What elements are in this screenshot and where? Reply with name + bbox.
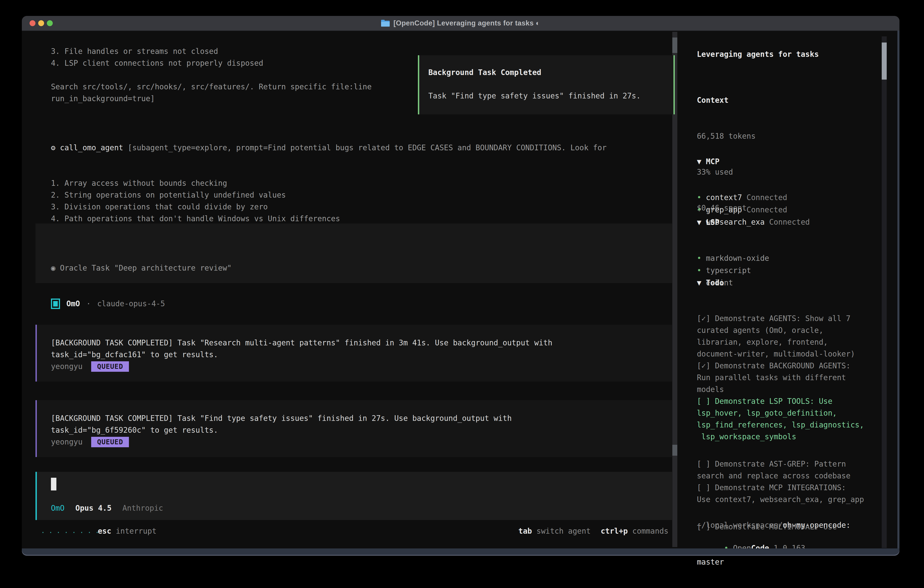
gear-icon: ⚙ <box>51 143 56 152</box>
agent-square-icon <box>51 299 60 309</box>
mcp-heading[interactable]: ▼ MCP <box>697 155 810 168</box>
window-footer <box>22 548 899 556</box>
terminal-line: 4. Path operations that don't handle Win… <box>51 213 607 225</box>
esc-key-label: esc <box>98 527 111 535</box>
background-task-toast[interactable]: Background Task Completed Task "Find typ… <box>418 55 675 114</box>
switch-agent-label: switch agent <box>536 527 591 535</box>
toast-title: Background Task Completed <box>428 68 673 77</box>
oracle-task-title: Oracle Task "Deep architecture review" <box>60 264 232 273</box>
terminal-scrollback: 3. File handles or streams not closed4. … <box>51 45 372 105</box>
tool-call-header: ⚙ call_omo_agent [subagent_type=explore,… <box>51 142 607 154</box>
titlebar: [OpenCode] Leveraging agents for tasks ◐ <box>22 16 899 31</box>
separator-dot: · <box>86 298 91 310</box>
todo-spacer <box>697 443 864 458</box>
prompt-input[interactable]: OmO Opus 4.5 Anthropic <box>35 472 672 520</box>
window-right-edge <box>898 30 899 549</box>
oracle-task-panel[interactable]: ◉ Oracle Task "Deep architecture review"… <box>35 223 672 283</box>
tool-name <box>56 143 60 152</box>
todo-item-line: [ ] Demonstrate LSP TOOLS: Use <box>697 395 864 407</box>
terminal-line <box>51 69 372 81</box>
todo-item-line: lsp_workspace_symbols <box>697 431 864 443</box>
todo-item-line: Run parallel tasks with different <box>697 372 864 383</box>
tab-key-label: tab <box>518 527 532 535</box>
todo-item-line: [ ] Demonstrate MCP INTEGRATIONS: <box>697 482 864 494</box>
terminal-line: 3. Division operations that could divide… <box>51 201 607 213</box>
background-task-message: [BACKGROUND TASK COMPLETED] Task "Find t… <box>35 400 672 457</box>
main-scrollbar-thumb[interactable] <box>672 38 677 53</box>
mcp-status: Connected <box>765 218 810 226</box>
status-badge: QUEUED <box>91 361 129 372</box>
commands-label: commands <box>632 527 668 535</box>
tool-call-name: call_omo_agent <box>60 143 123 152</box>
main-scrollbar-thumb[interactable] <box>672 445 677 456</box>
message-line-1: [BACKGROUND TASK COMPLETED] Task "Resear… <box>51 337 672 349</box>
opencode-version: • OpenCode 1.0.163 <box>697 530 805 566</box>
message-line-1: [BACKGROUND TASK COMPLETED] Task "Find t… <box>51 413 672 424</box>
status-bar: ········ esc interrupt tab switch agent … <box>22 527 672 538</box>
keyboard-hints: tab switch agent ctrl+p commands <box>518 527 668 535</box>
input-model-name: Opus 4.5 <box>76 504 112 512</box>
terminal-line: 3. File handles or streams not closed <box>51 45 372 57</box>
todo-item-line: lsp_find_references, lsp_diagnostics, <box>697 419 864 431</box>
todo-item-line: models <box>697 383 864 395</box>
terminal-line: run_in_background=true] <box>51 93 372 105</box>
terminal-line: 1. Array access without bounds checking <box>51 177 607 189</box>
terminal-line: Search src/tools/, src/hooks/, src/featu… <box>51 81 372 93</box>
message-line-2: task_id="bg_dcfac161" to get results. <box>51 349 672 361</box>
todo-item-line: [✓] Demonstrate AGENTS: Show all 7 <box>697 313 864 324</box>
agent-name: OmO <box>66 298 80 310</box>
message-author: yeongyu <box>51 361 82 372</box>
todo-item-line: search and replace across codebase <box>697 470 864 482</box>
toast-body: Task "Find type safety issues" finished … <box>428 91 673 100</box>
window-title: [OpenCode] Leveraging agents for tasks ◐ <box>393 19 540 27</box>
folder-icon <box>381 20 390 26</box>
todo-item-line: document-writer, multimodal-looker) <box>697 348 864 360</box>
tool-call-args: [subagent_type=explore, prompt=Find pote… <box>123 143 607 152</box>
message-author: yeongyu <box>51 436 82 448</box>
sidebar-scrollbar[interactable] <box>882 36 887 548</box>
close-window-button[interactable] <box>30 20 35 26</box>
zoom-window-button[interactable] <box>47 20 53 26</box>
spinner-dots: ········ <box>41 529 103 537</box>
workspace-dir: ~/local-workspaces/ <box>697 521 783 530</box>
context-heading: Context <box>697 94 756 106</box>
status-badge: QUEUED <box>91 437 129 447</box>
todo-item-line: librarian, explore, frontend, <box>697 336 864 348</box>
model-row: OmO Opus 4.5 Anthropic <box>51 504 163 512</box>
traffic-lights <box>30 20 53 26</box>
workspace-repo: oh-my-opencode: <box>783 521 851 530</box>
fisheye-icon: ◉ <box>51 264 56 273</box>
todo-item-line: lsp_hover, lsp_goto_definition, <box>697 407 864 419</box>
interrupt-label: interrupt <box>116 527 157 535</box>
minimize-window-button[interactable] <box>38 20 44 26</box>
terminal-line: 2. String operations on potentially unde… <box>51 189 607 201</box>
input-provider-name: Anthropic <box>122 504 163 512</box>
todo-item-line: curated agents (OmO, oracle, <box>697 324 864 336</box>
input-agent-name: OmO <box>51 504 64 512</box>
agent-session-header[interactable]: OmO · claude-opus-4-5 <box>51 298 165 310</box>
terminal-line: 4. LSP client connections not properly d… <box>51 57 372 69</box>
todo-item-line: [✓] Demonstrate BACKGROUND AGENTS: <box>697 360 864 372</box>
lsp-heading[interactable]: ▼ LSP <box>697 216 769 228</box>
todo-heading[interactable]: ▼ Todo <box>697 277 864 289</box>
background-task-message: [BACKGROUND TASK COMPLETED] Task "Resear… <box>35 325 672 382</box>
sidebar-scrollbar-thumb[interactable] <box>882 43 887 79</box>
terminal-window: [OpenCode] Leveraging agents for tasks ◐… <box>22 16 899 556</box>
session-title: Leveraging agents for tasks <box>697 48 819 60</box>
interrupt-hint: esc interrupt <box>98 527 157 535</box>
todo-item-line: [ ] Demonstrate AST-GREP: Pattern <box>697 458 864 470</box>
text-cursor <box>51 478 56 491</box>
oracle-task-title-line: ◉ Oracle Task "Deep architecture review" <box>51 262 672 274</box>
ctrl-p-key-label: ctrl+p <box>601 527 628 535</box>
agent-model: claude-opus-4-5 <box>97 298 165 310</box>
message-line-2: task_id="bg_6f59260c" to get results. <box>51 424 672 436</box>
